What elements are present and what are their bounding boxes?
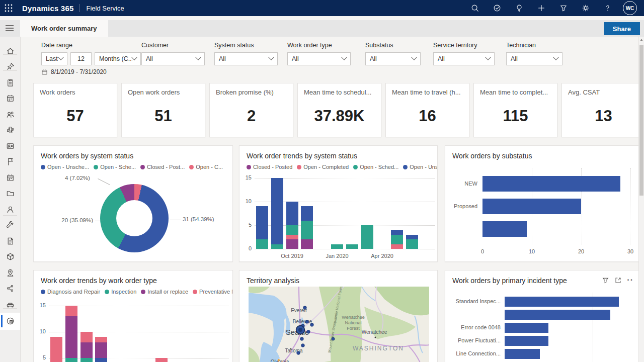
focus-mode-icon[interactable]: [614, 277, 622, 284]
bar-segment[interactable]: [286, 202, 298, 225]
sidebar-item-pinned[interactable]: [0, 59, 20, 74]
guided-tour-icon[interactable]: [486, 0, 508, 16]
legend-item[interactable]: Diagnosis and Repair: [41, 289, 100, 295]
sidebar-item-analytics[interactable]: [0, 313, 20, 330]
user-avatar[interactable]: WC: [623, 1, 637, 15]
bar-segment[interactable]: [50, 337, 62, 362]
legend-item[interactable]: Inspection: [105, 289, 136, 295]
sidebar-item-home[interactable]: [0, 43, 20, 58]
bar[interactable]: [505, 310, 610, 320]
legend-item[interactable]: Install or replace: [141, 289, 188, 295]
settings-icon[interactable]: [575, 0, 597, 16]
bar-segment[interactable]: [256, 206, 268, 239]
territory-map[interactable]: Mount Baker Snoqualmie National Forest W…: [249, 287, 429, 362]
kpi-card[interactable]: Mean time to schedul...37.89K: [297, 83, 381, 137]
kpi-card[interactable]: Broken promise (%)2: [209, 83, 293, 137]
sidebar-item-resources[interactable]: [0, 107, 20, 122]
bar-segment[interactable]: [80, 342, 93, 358]
bar-segment[interactable]: [301, 221, 313, 240]
bar[interactable]: [505, 297, 619, 307]
share-button[interactable]: Share: [604, 22, 640, 35]
sidebar-item-tasks[interactable]: [0, 75, 20, 90]
bar-segment[interactable]: [271, 244, 283, 249]
bar-segment[interactable]: [65, 306, 77, 316]
bar[interactable]: [482, 199, 581, 214]
filter-icon[interactable]: [552, 0, 575, 16]
bar-segment[interactable]: [256, 239, 268, 249]
bar-segment[interactable]: [95, 342, 107, 358]
bar[interactable]: [505, 336, 548, 346]
bar-segment[interactable]: [406, 239, 418, 249]
filter-icon[interactable]: [602, 277, 609, 284]
sidebar-item-accounts[interactable]: [0, 138, 20, 153]
sidebar-item-fleet[interactable]: [0, 297, 20, 312]
bar-segment[interactable]: [301, 239, 313, 249]
kpi-card[interactable]: Work orders57: [33, 83, 117, 137]
kpi-card[interactable]: Mean time to complet...115: [473, 83, 557, 137]
bar-segment[interactable]: [286, 239, 298, 249]
idea-icon[interactable]: [508, 0, 530, 16]
bar[interactable]: [505, 349, 540, 359]
kpi-card[interactable]: Open work orders51: [121, 83, 205, 137]
search-icon[interactable]: [464, 0, 486, 16]
scroll-up-arrow[interactable]: [640, 39, 643, 41]
sidebar-item-bookings[interactable]: [0, 170, 20, 185]
app-area-title[interactable]: Field Service: [86, 5, 124, 12]
bar-segment[interactable]: [80, 358, 93, 362]
bar-segment[interactable]: [331, 244, 343, 249]
legend-item[interactable]: Open - Sched...: [353, 164, 398, 170]
sidebar-item-territories[interactable]: [0, 265, 20, 280]
bar-segment[interactable]: [65, 358, 77, 362]
legend-item[interactable]: Open - Unsche...: [41, 164, 89, 170]
add-icon[interactable]: [530, 0, 552, 16]
sidebar-item-tools[interactable]: [0, 218, 20, 233]
more-options-icon[interactable]: ··: [627, 276, 633, 285]
sidebar-item-requirements[interactable]: [0, 154, 20, 169]
filter-dropdown-service-territory[interactable]: All: [433, 52, 495, 65]
filter-dropdown-system-status[interactable]: All: [214, 52, 278, 65]
legend-item[interactable]: Preventative Mai...: [193, 289, 232, 295]
bar[interactable]: [482, 176, 620, 192]
filter-dropdown-customer[interactable]: All: [141, 52, 205, 65]
filter-dropdown-technician[interactable]: All: [506, 52, 562, 65]
bar[interactable]: [482, 221, 527, 237]
product-title[interactable]: Dynamics 365: [22, 4, 73, 13]
kpi-card[interactable]: Mean time to travel (h...16: [385, 83, 469, 137]
legend-item[interactable]: Open - Unsc...: [403, 164, 437, 170]
sidebar-item-schedule-board[interactable]: [0, 91, 20, 106]
bar-segment[interactable]: [80, 332, 93, 342]
help-icon[interactable]: [597, 0, 619, 16]
legend-item[interactable]: Closed - Post...: [140, 164, 185, 170]
bar-segment[interactable]: [65, 316, 77, 358]
bar-segment[interactable]: [391, 244, 403, 249]
sidebar-item-reports[interactable]: [0, 233, 20, 248]
bar-segment[interactable]: [391, 235, 403, 244]
sidebar-item-contacts[interactable]: [0, 202, 20, 217]
legend-item[interactable]: Closed - Posted: [247, 164, 292, 170]
kpi-card[interactable]: Avg. CSAT13: [561, 83, 644, 137]
vertical-scrollbar[interactable]: [638, 37, 644, 362]
sidebar-item-services[interactable]: [0, 123, 20, 138]
bar-segment[interactable]: [406, 235, 418, 239]
bar-segment[interactable]: [95, 337, 107, 342]
menu-icon[interactable]: [5, 24, 16, 33]
bar-segment[interactable]: [286, 225, 298, 235]
date-value-input[interactable]: [70, 52, 92, 65]
scrollbar-thumb[interactable]: [639, 45, 643, 196]
sidebar-item-products[interactable]: [0, 249, 20, 264]
date-unit-dropdown[interactable]: Months (C...: [95, 52, 141, 65]
tab-work-order-summary[interactable]: Work order summary: [20, 20, 108, 37]
sidebar-item-assets[interactable]: [0, 186, 20, 201]
legend-item[interactable]: Open - C...: [189, 164, 223, 170]
bar-segment[interactable]: [271, 178, 283, 244]
bar-segment[interactable]: [361, 225, 373, 249]
bar-segment[interactable]: [301, 206, 313, 220]
sidebar-item-connections[interactable]: [0, 281, 20, 296]
legend-item[interactable]: Open - Sche...: [94, 164, 136, 170]
bar-segment[interactable]: [155, 358, 168, 362]
filter-dropdown-substatus[interactable]: All: [365, 52, 421, 65]
legend-item[interactable]: Open - Completed: [297, 164, 349, 170]
bar-segment[interactable]: [286, 235, 298, 239]
date-operator-dropdown[interactable]: Last: [41, 52, 67, 65]
bar-segment[interactable]: [95, 358, 107, 362]
